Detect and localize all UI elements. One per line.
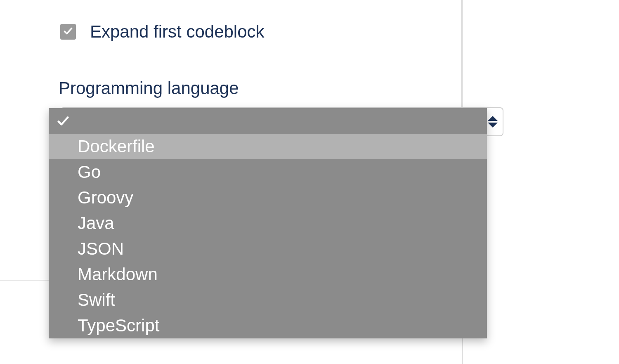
language-option-blank[interactable] bbox=[49, 108, 487, 134]
programming-language-label: Programming language bbox=[59, 78, 239, 98]
language-option-label: Markdown bbox=[78, 265, 158, 284]
language-option-groovy[interactable]: Groovy bbox=[49, 185, 487, 210]
language-option-typescript[interactable]: TypeScript bbox=[49, 313, 487, 338]
check-icon bbox=[63, 26, 73, 38]
language-option-java[interactable]: Java bbox=[49, 210, 487, 236]
language-option-json[interactable]: JSON bbox=[49, 236, 487, 262]
language-option-label: TypeScript bbox=[78, 316, 159, 336]
language-option-label: Swift bbox=[78, 290, 115, 310]
language-option-label: Dockerfile bbox=[78, 137, 155, 156]
expand-first-codeblock-checkbox[interactable] bbox=[60, 24, 76, 40]
language-option-go[interactable]: Go bbox=[49, 159, 487, 185]
check-icon bbox=[56, 114, 70, 128]
language-option-label: JSON bbox=[78, 239, 124, 259]
programming-language-dropdown[interactable]: DockerfileGoGroovyJavaJSONMarkdownSwiftT… bbox=[49, 108, 487, 338]
language-option-swift[interactable]: Swift bbox=[49, 287, 487, 313]
language-option-label: Groovy bbox=[78, 188, 133, 208]
language-option-label: Go bbox=[78, 162, 101, 182]
expand-first-codeblock-label: Expand first codeblock bbox=[90, 23, 265, 40]
language-option-markdown[interactable]: Markdown bbox=[49, 262, 487, 287]
expand-first-codeblock-row: Expand first codeblock bbox=[60, 23, 265, 40]
language-option-dockerfile[interactable]: Dockerfile bbox=[49, 134, 487, 159]
language-option-label: Java bbox=[78, 213, 114, 233]
